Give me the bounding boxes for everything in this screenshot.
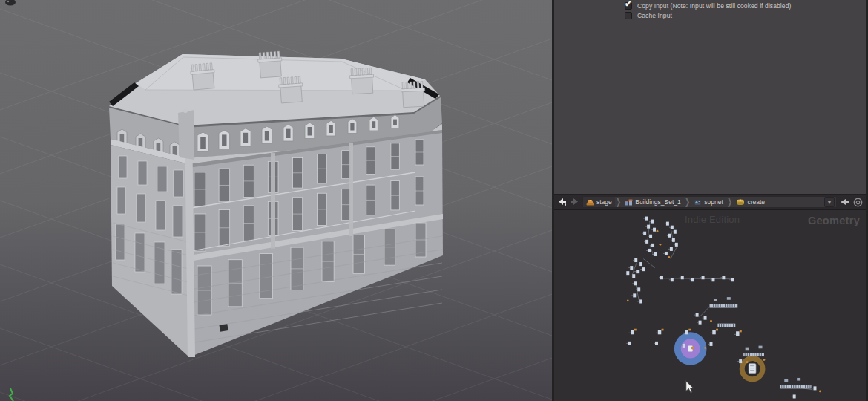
subnet-icon bbox=[625, 199, 633, 206]
node-graph bbox=[554, 210, 866, 401]
breadcrumb-separator: ❯ bbox=[684, 197, 691, 207]
parameter-pane: ✔ Copy Input (Note: Input will be still … bbox=[554, 0, 866, 195]
right-panel: ✔ Copy Input (Note: Input will be still … bbox=[554, 0, 866, 401]
back-arrow-icon bbox=[558, 198, 568, 206]
mouse-cursor bbox=[686, 381, 694, 393]
radial-menu-button[interactable] bbox=[852, 197, 864, 208]
houdini-window: ✔ Copy Input (Note: Input will be still … bbox=[0, 0, 868, 401]
cache-input-label: Cache Input bbox=[637, 12, 672, 19]
forward-button[interactable] bbox=[568, 197, 579, 208]
sopnet-icon bbox=[694, 199, 702, 206]
breadcrumb-create[interactable]: create bbox=[733, 197, 768, 207]
breadcrumb-stage[interactable]: stage bbox=[583, 197, 615, 207]
param-row-cache-input: Cache Input bbox=[554, 10, 866, 20]
chevron-down-icon: ▼ bbox=[827, 200, 832, 205]
pin-button[interactable] bbox=[839, 197, 850, 208]
breadcrumb-separator: ❯ bbox=[615, 197, 622, 207]
breadcrumb-separator: ❯ bbox=[726, 197, 734, 207]
breadcrumb-buildings-set[interactable]: Buildings_Set_1 bbox=[622, 197, 683, 207]
copy-input-label: Copy Input (Note: Input will be still co… bbox=[637, 2, 791, 10]
stage-icon bbox=[586, 199, 594, 206]
path-dropdown-button[interactable]: ▼ bbox=[824, 197, 835, 207]
network-path-field[interactable]: stage ❯ Buildings_Set_1 ❯ sopnet ❯ bbox=[582, 196, 837, 208]
forward-arrow-icon bbox=[569, 198, 579, 206]
corner-bay bbox=[178, 110, 194, 160]
back-button[interactable] bbox=[557, 197, 568, 208]
geometry-container-icon bbox=[736, 199, 745, 206]
viewport-3d[interactable] bbox=[0, 0, 554, 401]
radial-menu-icon bbox=[853, 198, 863, 207]
viewport-render bbox=[0, 0, 552, 401]
checkmark-icon: ✔ bbox=[625, 0, 632, 8]
copy-input-checkbox[interactable]: ✔ bbox=[625, 2, 632, 10]
network-editor[interactable]: Indie Edition Geometry bbox=[554, 210, 866, 401]
breadcrumb-sopnet[interactable]: sopnet bbox=[691, 197, 726, 207]
network-path-bar: stage ❯ Buildings_Set_1 ❯ sopnet ❯ bbox=[554, 195, 866, 210]
pin-icon bbox=[840, 198, 850, 206]
param-row-copy-input: ✔ Copy Input (Note: Input will be still … bbox=[554, 1, 866, 10]
cache-input-checkbox[interactable] bbox=[625, 12, 632, 19]
